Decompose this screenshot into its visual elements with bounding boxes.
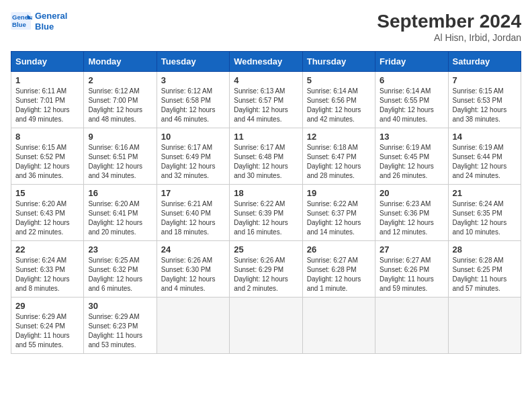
calendar-cell: 9Sunrise: 6:16 AM Sunset: 6:51 PM Daylig…: [84, 128, 157, 185]
calendar-cell: [157, 298, 229, 354]
day-number: 19: [307, 188, 371, 198]
calendar-cell: 11Sunrise: 6:17 AM Sunset: 6:48 PM Dayli…: [230, 128, 302, 185]
day-detail: Sunrise: 6:28 AM Sunset: 6:25 PM Dayligh…: [453, 256, 517, 293]
calendar-cell: 10Sunrise: 6:17 AM Sunset: 6:49 PM Dayli…: [157, 128, 229, 185]
day-number: 3: [161, 75, 225, 85]
page-header: General Blue General Blue September 2024…: [11, 11, 521, 43]
calendar-cell: 8Sunrise: 6:15 AM Sunset: 6:52 PM Daylig…: [11, 128, 84, 185]
weekday-header: Saturday: [448, 52, 521, 72]
day-number: 15: [15, 188, 79, 198]
day-detail: Sunrise: 6:19 AM Sunset: 6:45 PM Dayligh…: [380, 143, 443, 181]
day-number: 13: [380, 132, 443, 142]
logo-line1: General: [35, 11, 67, 21]
calendar-cell: [448, 298, 521, 354]
day-number: 9: [88, 132, 152, 142]
day-number: 30: [88, 301, 152, 311]
calendar-cell: 29Sunrise: 6:29 AM Sunset: 6:24 PM Dayli…: [11, 298, 84, 354]
calendar-body: 1Sunrise: 6:11 AM Sunset: 7:01 PM Daylig…: [11, 72, 521, 354]
day-detail: Sunrise: 6:15 AM Sunset: 6:52 PM Dayligh…: [15, 143, 79, 181]
calendar-cell: 20Sunrise: 6:23 AM Sunset: 6:36 PM Dayli…: [375, 185, 448, 241]
calendar-cell: 23Sunrise: 6:25 AM Sunset: 6:32 PM Dayli…: [84, 241, 157, 298]
day-detail: Sunrise: 6:18 AM Sunset: 6:47 PM Dayligh…: [307, 143, 371, 181]
day-number: 7: [453, 75, 517, 85]
logo-icon: General Blue: [11, 12, 32, 31]
calendar-cell: 19Sunrise: 6:22 AM Sunset: 6:37 PM Dayli…: [302, 185, 375, 241]
day-detail: Sunrise: 6:25 AM Sunset: 6:32 PM Dayligh…: [88, 256, 152, 293]
calendar-cell: [230, 298, 302, 354]
day-detail: Sunrise: 6:26 AM Sunset: 6:29 PM Dayligh…: [234, 256, 298, 293]
day-number: 29: [15, 301, 79, 311]
location: Al Hisn, Irbid, Jordan: [377, 32, 521, 43]
day-number: 24: [161, 244, 225, 255]
day-detail: Sunrise: 6:24 AM Sunset: 6:33 PM Dayligh…: [15, 256, 79, 293]
calendar-cell: 15Sunrise: 6:20 AM Sunset: 6:43 PM Dayli…: [11, 185, 84, 241]
logo: General Blue General Blue: [11, 11, 67, 32]
day-number: 20: [380, 188, 443, 198]
day-detail: Sunrise: 6:22 AM Sunset: 6:39 PM Dayligh…: [234, 199, 298, 237]
day-number: 22: [15, 244, 79, 255]
day-detail: Sunrise: 6:22 AM Sunset: 6:37 PM Dayligh…: [307, 199, 371, 237]
header-row: SundayMondayTuesdayWednesdayThursdayFrid…: [11, 52, 521, 72]
day-detail: Sunrise: 6:16 AM Sunset: 6:51 PM Dayligh…: [88, 143, 152, 181]
day-detail: Sunrise: 6:13 AM Sunset: 6:57 PM Dayligh…: [234, 87, 298, 124]
day-detail: Sunrise: 6:15 AM Sunset: 6:53 PM Dayligh…: [453, 87, 517, 124]
day-number: 4: [234, 75, 298, 85]
day-detail: Sunrise: 6:12 AM Sunset: 7:00 PM Dayligh…: [88, 87, 152, 124]
day-number: 27: [380, 244, 443, 255]
calendar-week-row: 8Sunrise: 6:15 AM Sunset: 6:52 PM Daylig…: [11, 128, 521, 185]
calendar-cell: 21Sunrise: 6:24 AM Sunset: 6:35 PM Dayli…: [448, 185, 521, 241]
day-detail: Sunrise: 6:24 AM Sunset: 6:35 PM Dayligh…: [453, 199, 517, 237]
calendar-week-row: 1Sunrise: 6:11 AM Sunset: 7:01 PM Daylig…: [11, 72, 521, 128]
day-number: 6: [380, 75, 443, 85]
day-number: 17: [161, 188, 225, 198]
calendar-table: SundayMondayTuesdayWednesdayThursdayFrid…: [11, 51, 521, 354]
day-detail: Sunrise: 6:14 AM Sunset: 6:56 PM Dayligh…: [307, 87, 371, 124]
day-number: 26: [307, 244, 371, 255]
weekday-header: Wednesday: [230, 52, 302, 72]
day-detail: Sunrise: 6:20 AM Sunset: 6:43 PM Dayligh…: [15, 199, 79, 237]
day-detail: Sunrise: 6:26 AM Sunset: 6:30 PM Dayligh…: [161, 256, 225, 293]
day-detail: Sunrise: 6:12 AM Sunset: 6:58 PM Dayligh…: [161, 87, 225, 124]
day-detail: Sunrise: 6:17 AM Sunset: 6:48 PM Dayligh…: [234, 143, 298, 181]
calendar-cell: [375, 298, 448, 354]
day-number: 2: [88, 75, 152, 85]
day-number: 5: [307, 75, 371, 85]
calendar-cell: 16Sunrise: 6:20 AM Sunset: 6:41 PM Dayli…: [84, 185, 157, 241]
day-detail: Sunrise: 6:17 AM Sunset: 6:49 PM Dayligh…: [161, 143, 225, 181]
day-detail: Sunrise: 6:29 AM Sunset: 6:23 PM Dayligh…: [88, 312, 152, 350]
calendar-week-row: 15Sunrise: 6:20 AM Sunset: 6:43 PM Dayli…: [11, 185, 521, 241]
calendar-cell: 26Sunrise: 6:27 AM Sunset: 6:28 PM Dayli…: [302, 241, 375, 298]
title-block: September 2024 Al Hisn, Irbid, Jordan: [377, 11, 521, 43]
day-detail: Sunrise: 6:20 AM Sunset: 6:41 PM Dayligh…: [88, 199, 152, 237]
calendar-cell: 22Sunrise: 6:24 AM Sunset: 6:33 PM Dayli…: [11, 241, 84, 298]
day-number: 12: [307, 132, 371, 142]
calendar-cell: 27Sunrise: 6:27 AM Sunset: 6:26 PM Dayli…: [375, 241, 448, 298]
day-detail: Sunrise: 6:27 AM Sunset: 6:28 PM Dayligh…: [307, 256, 371, 293]
day-detail: Sunrise: 6:29 AM Sunset: 6:24 PM Dayligh…: [15, 312, 79, 350]
calendar-cell: 1Sunrise: 6:11 AM Sunset: 7:01 PM Daylig…: [11, 72, 84, 128]
day-number: 16: [88, 188, 152, 198]
day-number: 25: [234, 244, 298, 255]
calendar-cell: 28Sunrise: 6:28 AM Sunset: 6:25 PM Dayli…: [448, 241, 521, 298]
day-detail: Sunrise: 6:27 AM Sunset: 6:26 PM Dayligh…: [380, 256, 443, 293]
weekday-header: Monday: [84, 52, 157, 72]
calendar-cell: 17Sunrise: 6:21 AM Sunset: 6:40 PM Dayli…: [157, 185, 229, 241]
calendar-week-row: 22Sunrise: 6:24 AM Sunset: 6:33 PM Dayli…: [11, 241, 521, 298]
calendar-cell: [302, 298, 375, 354]
calendar-cell: 6Sunrise: 6:14 AM Sunset: 6:55 PM Daylig…: [375, 72, 448, 128]
day-number: 23: [88, 244, 152, 255]
day-detail: Sunrise: 6:23 AM Sunset: 6:36 PM Dayligh…: [380, 199, 443, 237]
calendar-cell: 30Sunrise: 6:29 AM Sunset: 6:23 PM Dayli…: [84, 298, 157, 354]
calendar-cell: 14Sunrise: 6:19 AM Sunset: 6:44 PM Dayli…: [448, 128, 521, 185]
weekday-header: Thursday: [302, 52, 375, 72]
calendar-cell: 3Sunrise: 6:12 AM Sunset: 6:58 PM Daylig…: [157, 72, 229, 128]
calendar-cell: 24Sunrise: 6:26 AM Sunset: 6:30 PM Dayli…: [157, 241, 229, 298]
weekday-header: Sunday: [11, 52, 84, 72]
calendar-week-row: 29Sunrise: 6:29 AM Sunset: 6:24 PM Dayli…: [11, 298, 521, 354]
day-number: 21: [453, 188, 517, 198]
day-number: 11: [234, 132, 298, 142]
svg-text:Blue: Blue: [12, 20, 26, 28]
day-number: 18: [234, 188, 298, 198]
day-number: 28: [453, 244, 517, 255]
calendar-cell: 12Sunrise: 6:18 AM Sunset: 6:47 PM Dayli…: [302, 128, 375, 185]
